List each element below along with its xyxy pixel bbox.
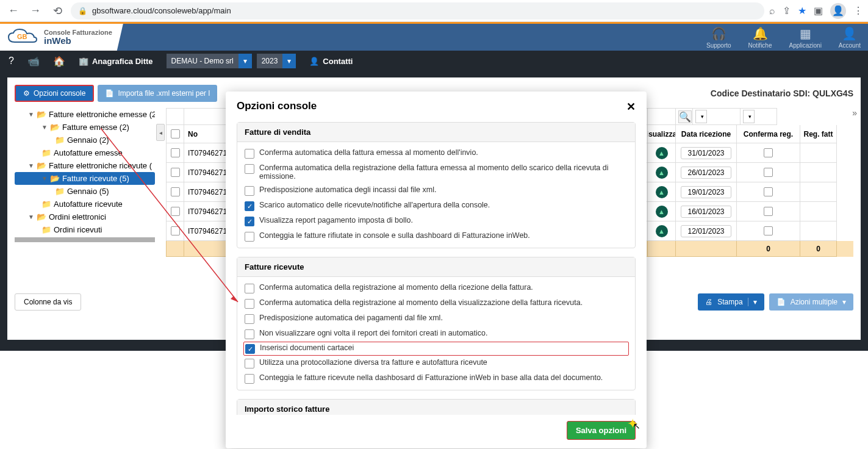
user-icon: 👤 bbox=[309, 57, 319, 66]
row-checkbox[interactable] bbox=[171, 148, 180, 157]
col-header[interactable]: Reg. fatt bbox=[800, 125, 837, 143]
chevron-down-icon: ▾ bbox=[842, 298, 846, 306]
year-select[interactable]: 2023▾ bbox=[257, 54, 296, 68]
checkbox[interactable] bbox=[245, 164, 254, 174]
row-checkbox[interactable] bbox=[171, 187, 180, 196]
tree-node-gennaio-emesse[interactable]: 📁Gennaio (2) bbox=[15, 134, 155, 146]
visualizza-badge[interactable]: ▲ bbox=[656, 167, 668, 179]
checkbox[interactable]: ✓ bbox=[245, 344, 255, 351]
filter-date-dropdown[interactable]: ▾ bbox=[695, 110, 707, 123]
cell-date: 31/01/2023 bbox=[681, 147, 731, 159]
checkbox[interactable] bbox=[245, 329, 254, 339]
tree-node-fatture-emesse[interactable]: ▼📂Fatture emesse (2) bbox=[15, 121, 155, 134]
visualizza-badge[interactable]: ▲ bbox=[656, 225, 668, 237]
folder-icon: 📂 bbox=[50, 174, 60, 183]
colonne-button[interactable]: Colonne da vis bbox=[15, 293, 81, 311]
tree-node-autofatture-ricevute[interactable]: 📁Autofatture ricevute bbox=[15, 198, 155, 210]
visualizza-badge[interactable]: ▲ bbox=[656, 186, 668, 198]
opt-fv-scarico[interactable]: ✓Scarico automatico delle ricevute/notif… bbox=[237, 198, 635, 214]
expand-icon[interactable]: » bbox=[852, 108, 857, 118]
opt-fr-non-visualizzare[interactable]: Non visualizzare ogni volta il report de… bbox=[237, 326, 635, 342]
home-icon[interactable]: 🏠 bbox=[53, 56, 65, 67]
conferma-checkbox[interactable] bbox=[764, 168, 773, 177]
checkbox[interactable] bbox=[245, 149, 254, 159]
select-all-checkbox[interactable] bbox=[171, 129, 180, 138]
panel-icon[interactable]: ▣ bbox=[814, 5, 823, 16]
tree-panel: ▼📂Fatture elettroniche emesse (2 ▼📂Fattu… bbox=[15, 108, 155, 257]
opt-fr-conferma-vis[interactable]: Conferma automatica della registrazione … bbox=[237, 296, 635, 311]
filter-conf-dropdown[interactable]: ▾ bbox=[743, 110, 755, 123]
checkbox[interactable] bbox=[245, 232, 254, 242]
supporto-button[interactable]: 🎧Supporto bbox=[706, 26, 731, 49]
checkbox[interactable]: ✓ bbox=[245, 217, 254, 226]
opt-fv-conferma-invio[interactable]: Conferma automatica della fattura emessa… bbox=[237, 146, 635, 161]
tree-node-ordini-ricevuti[interactable]: 📁Ordini ricevuti bbox=[15, 223, 155, 236]
chevron-down-icon: ▾ bbox=[748, 298, 757, 306]
opt-fv-predisposizione[interactable]: Predisposizione automatica degli incassi… bbox=[237, 183, 635, 198]
azioni-multiple-button[interactable]: 📄Azioni multiple▾ bbox=[769, 293, 853, 311]
visualizza-badge[interactable]: ▲ bbox=[656, 147, 668, 159]
company-select[interactable]: DEMAU - Demo srl▾ bbox=[167, 54, 252, 68]
profile-icon[interactable]: 👤 bbox=[830, 3, 846, 19]
col-header[interactable]: isualizza bbox=[648, 125, 676, 143]
share-icon[interactable]: ⇪ bbox=[783, 5, 791, 16]
opt-fv-conteggia[interactable]: Conteggia le fatture rifiutate in consol… bbox=[237, 229, 635, 244]
stampa-button[interactable]: 🖨Stampa▾ bbox=[698, 293, 764, 311]
section-header: Fatture di vendita bbox=[237, 123, 635, 142]
account-button[interactable]: 👤Account bbox=[839, 26, 861, 49]
checkbox[interactable] bbox=[245, 299, 254, 309]
logo[interactable]: GB Console Fatturazione inWeb bbox=[0, 24, 123, 51]
opt-fr-predisposizione[interactable]: Predisposizione automatica dei pagamenti… bbox=[237, 311, 635, 326]
bookmark-icon[interactable]: ★ bbox=[798, 5, 806, 16]
menu-icon[interactable]: ⋮ bbox=[853, 5, 863, 16]
row-checkbox[interactable] bbox=[171, 226, 180, 235]
app-header: GB Console Fatturazione inWeb 🎧Supporto … bbox=[0, 24, 868, 51]
search-button[interactable]: 🔍 bbox=[678, 110, 692, 123]
reload-button[interactable]: ⟲ bbox=[49, 2, 66, 20]
opt-fv-report-bollo[interactable]: ✓Visualizza report pagamento imposta di … bbox=[237, 214, 635, 229]
url-bar[interactable]: 🔒 gbsoftware.cloud/consoleweb/app/main bbox=[71, 2, 764, 20]
notifiche-button[interactable]: 🔔Notifiche bbox=[748, 26, 772, 49]
anagrafica-label[interactable]: 🏢Anagrafica Ditte bbox=[79, 57, 153, 66]
tree-node-autofatture-emesse[interactable]: 📁Autofatture emesse bbox=[15, 146, 155, 159]
col-header[interactable]: Data ricezione bbox=[676, 125, 737, 143]
tree-node-fatture-ricevute[interactable]: ▼📂Fatture ricevute (5) bbox=[15, 172, 155, 185]
row-checkbox[interactable] bbox=[171, 168, 180, 177]
splitter-handle[interactable]: ◂ bbox=[156, 124, 165, 141]
forward-button[interactable]: → bbox=[27, 2, 44, 20]
conferma-checkbox[interactable] bbox=[764, 148, 773, 157]
tree-node-ricevute[interactable]: ▼📂Fatture elettroniche ricevute ( bbox=[15, 159, 155, 172]
importa-xml-button[interactable]: 📄Importa file .xml esterni per l bbox=[98, 85, 217, 102]
tree-node-emesse[interactable]: ▼📂Fatture elettroniche emesse (2 bbox=[15, 108, 155, 121]
checkbox[interactable] bbox=[245, 284, 254, 293]
key-icon[interactable]: ⌕ bbox=[769, 5, 775, 16]
opzioni-console-button[interactable]: ⚙Opzioni console bbox=[15, 85, 94, 102]
contatti-button[interactable]: 👤Contatti bbox=[309, 57, 353, 66]
folder-icon: 📂 bbox=[37, 212, 46, 221]
col-header[interactable]: Conferma reg. bbox=[737, 125, 800, 143]
applicazioni-button[interactable]: ▦Applicazioni bbox=[789, 26, 821, 49]
close-icon[interactable]: ✕ bbox=[626, 100, 636, 113]
visualizza-badge[interactable]: ▲ bbox=[656, 206, 668, 218]
scrollbar[interactable] bbox=[15, 237, 155, 242]
sliders-icon: ⚙ bbox=[23, 89, 30, 98]
tree-node-ordini[interactable]: ▼📂Ordini elettronici bbox=[15, 210, 155, 223]
opt-fr-conferma-ricezione[interactable]: Conferma automatica della registrazione … bbox=[237, 281, 635, 296]
checkbox[interactable] bbox=[245, 186, 254, 196]
tree-node-gennaio-ricevute[interactable]: 📁Gennaio (5) bbox=[15, 185, 155, 198]
conferma-checkbox[interactable] bbox=[764, 207, 773, 216]
conferma-checkbox[interactable] bbox=[764, 226, 773, 235]
back-button[interactable]: ← bbox=[5, 2, 22, 20]
splitter[interactable]: ◂ bbox=[155, 108, 166, 257]
checkbox[interactable] bbox=[245, 314, 254, 324]
video-icon[interactable]: 📹 bbox=[27, 56, 40, 67]
conferma-checkbox[interactable] bbox=[764, 187, 773, 196]
help-icon[interactable]: ? bbox=[9, 56, 14, 66]
row-checkbox[interactable] bbox=[171, 207, 180, 216]
cell-date: 16/01/2023 bbox=[681, 206, 731, 218]
opzioni-modal: Opzioni console ✕ Fatture di vendita Con… bbox=[226, 92, 647, 351]
opt-fr-inserisci-cartacei[interactable]: ✓Inserisci documenti cartacei bbox=[243, 342, 629, 351]
opt-fv-conferma-reg[interactable]: Conferma automatica della registrazione … bbox=[237, 161, 635, 183]
cell-date: 26/01/2023 bbox=[681, 167, 731, 179]
checkbox[interactable]: ✓ bbox=[245, 201, 254, 211]
